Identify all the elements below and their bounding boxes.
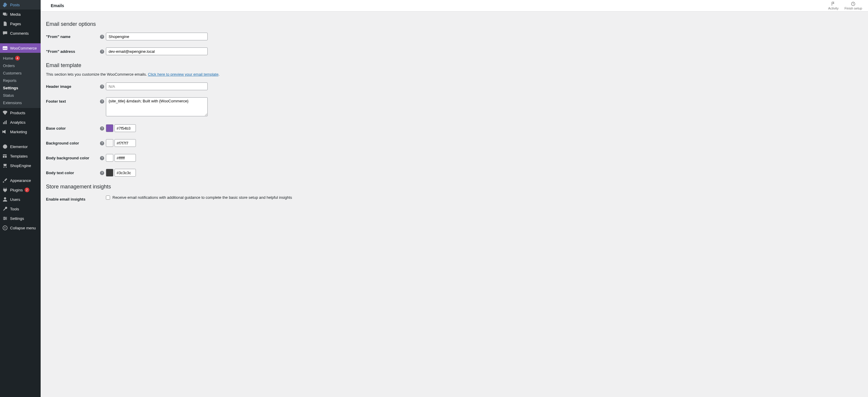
submenu-item-label: Home — [3, 56, 13, 61]
help-icon[interactable]: ? — [100, 99, 104, 103]
help-icon[interactable]: ? — [100, 50, 104, 54]
help-icon[interactable]: ? — [100, 85, 104, 89]
page-title: Emails — [51, 3, 64, 8]
svg-point-4 — [3, 145, 7, 149]
product-icon — [2, 110, 8, 115]
sidebar-item-elementor[interactable]: Elementor — [0, 142, 41, 151]
megaphone-icon — [2, 129, 8, 134]
flag-icon — [831, 1, 836, 6]
sidebar-item-label: Media — [10, 12, 21, 17]
from-name-input[interactable] — [106, 33, 208, 40]
sidebar-item-woocommerce[interactable]: woo WooCommerce — [0, 43, 41, 53]
from-address-input[interactable] — [106, 48, 208, 55]
content: Email sender options "From" name ? "From… — [41, 11, 868, 214]
header-image-label: Header image — [46, 83, 100, 89]
submenu-item-home[interactable]: Home 4 — [0, 54, 41, 62]
page-icon — [2, 21, 8, 26]
media-icon — [2, 11, 8, 17]
help-icon[interactable]: ? — [100, 35, 104, 39]
home-count-badge: 4 — [15, 56, 20, 61]
comment-icon — [2, 31, 8, 36]
submenu-item-orders[interactable]: Orders — [0, 62, 41, 69]
sidebar-item-comments[interactable]: Comments — [0, 29, 41, 38]
field-enable-insights: Enable email insights Receive email noti… — [46, 195, 863, 202]
field-background-color: Background color ? — [46, 139, 863, 147]
field-body-background-color: Body background color ? — [46, 154, 863, 162]
templates-icon — [2, 153, 8, 159]
sidebar-item-label: Collapse menu — [10, 226, 36, 230]
finish-setup-label: Finish setup — [844, 6, 862, 10]
wrench-icon — [2, 206, 8, 212]
body-background-color-label: Body background color — [46, 154, 100, 160]
footer-text-label: Footer text — [46, 97, 100, 103]
svg-rect-2 — [4, 121, 5, 124]
activity-button[interactable]: Activity — [828, 1, 839, 10]
sidebar-item-media[interactable]: Media — [0, 9, 41, 19]
sidebar-item-label: Settings — [10, 216, 24, 221]
admin-sidebar: Posts Media Pages Comments woo WooCommer… — [0, 0, 41, 397]
help-icon[interactable]: ? — [100, 126, 104, 130]
submenu-item-status[interactable]: Status — [0, 92, 41, 99]
sidebar-item-label: Pages — [10, 22, 21, 26]
settings-icon — [2, 216, 8, 221]
help-icon[interactable]: ? — [100, 141, 104, 145]
field-base-color: Base color ? — [46, 124, 863, 132]
sidebar-item-users[interactable]: Users — [0, 195, 41, 204]
help-icon[interactable]: ? — [100, 171, 104, 175]
sidebar-item-shopengine[interactable]: ShopEngine — [0, 161, 41, 170]
woocommerce-submenu: Home 4 Orders Customers Reports Settings… — [0, 53, 41, 108]
sidebar-item-templates[interactable]: Templates — [0, 151, 41, 161]
sidebar-item-analytics[interactable]: Analytics — [0, 118, 41, 127]
footer-text-input[interactable] — [106, 97, 208, 116]
background-color-input[interactable] — [115, 139, 136, 147]
sidebar-item-tools[interactable]: Tools — [0, 204, 41, 214]
user-icon — [2, 197, 8, 202]
submenu-item-extensions[interactable]: Extensions — [0, 99, 41, 106]
field-footer-text: Footer text ? — [46, 97, 863, 117]
topbar: Emails Activity Finish setup — [41, 0, 868, 11]
template-desc-text: This section lets you customize the WooC… — [46, 72, 148, 77]
shopengine-icon — [2, 163, 8, 168]
sidebar-item-posts[interactable]: Posts — [0, 0, 41, 9]
enable-insights-checkbox-label: Receive email notifications with additio… — [113, 195, 292, 200]
field-header-image: Header image ? — [46, 83, 863, 90]
sidebar-item-collapse[interactable]: Collapse menu — [0, 223, 41, 233]
sidebar-item-settings[interactable]: Settings — [0, 214, 41, 223]
body-background-color-input[interactable] — [115, 154, 136, 162]
header-image-input[interactable] — [106, 83, 208, 90]
base-color-swatch[interactable] — [106, 124, 113, 132]
body-text-color-swatch[interactable] — [106, 169, 113, 177]
brush-icon — [2, 178, 8, 183]
base-color-input[interactable] — [115, 124, 136, 132]
preview-template-link[interactable]: Click here to preview your email templat… — [148, 72, 219, 77]
sidebar-item-label: Comments — [10, 31, 29, 36]
submenu-item-reports[interactable]: Reports — [0, 77, 41, 84]
enable-insights-label: Enable email insights — [46, 195, 100, 202]
enable-insights-checkbox[interactable] — [106, 195, 110, 200]
background-color-swatch[interactable] — [106, 139, 113, 147]
body-text-color-input[interactable] — [115, 169, 136, 177]
analytics-icon — [2, 120, 8, 125]
body-text-color-label: Body text color — [46, 169, 100, 175]
finish-setup-button[interactable]: Finish setup — [844, 1, 862, 10]
sidebar-item-appearance[interactable]: Appearance — [0, 176, 41, 185]
sidebar-item-plugins[interactable]: Plugins 2 — [0, 185, 41, 195]
body-background-color-swatch[interactable] — [106, 154, 113, 162]
base-color-label: Base color — [46, 124, 100, 130]
section-heading-sender: Email sender options — [46, 21, 863, 27]
sidebar-item-label: Users — [10, 197, 20, 202]
sidebar-item-pages[interactable]: Pages — [0, 19, 41, 29]
sidebar-item-label: Posts — [10, 3, 20, 7]
help-icon[interactable]: ? — [100, 156, 104, 160]
field-from-name: "From" name ? — [46, 33, 863, 40]
submenu-item-settings[interactable]: Settings — [0, 84, 41, 92]
submenu-item-customers[interactable]: Customers — [0, 69, 41, 77]
sidebar-item-label: Appearance — [10, 178, 31, 183]
collapse-icon — [2, 225, 8, 231]
svg-point-10 — [5, 218, 6, 219]
elementor-icon — [2, 144, 8, 149]
sidebar-item-label: Marketing — [10, 130, 27, 134]
sidebar-item-marketing[interactable]: Marketing — [0, 127, 41, 136]
svg-rect-0 — [3, 13, 6, 15]
sidebar-item-products[interactable]: Products — [0, 108, 41, 118]
